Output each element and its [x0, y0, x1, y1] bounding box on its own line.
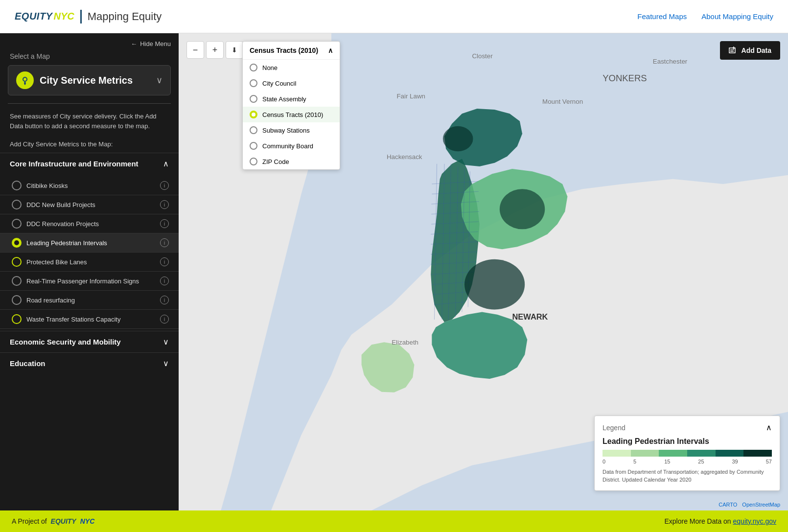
download-button[interactable]: ⬇ [226, 41, 243, 59]
footer-link[interactable]: equity.nyc.gov [733, 517, 776, 525]
equity-nyc-logo: EQUITY NYC [15, 11, 74, 22]
hide-menu-button[interactable]: ← Hide Menu [131, 40, 171, 47]
list-item-waste[interactable]: Waste Transfer Stations Capacity i [0, 310, 179, 329]
census-radio-census-tracts [250, 111, 257, 118]
category-core-header[interactable]: Core Infrastructure and Environment ∧ [0, 153, 179, 174]
hide-menu-label: Hide Menu [140, 40, 171, 47]
list-item-bike-lanes[interactable]: Protected Bike Lanes i [0, 253, 179, 272]
sidebar-header: ← Hide Menu [0, 33, 179, 50]
category-core-title: Core Infrastructure and Environment [10, 160, 139, 168]
legend-note: Data from Department of Transportation; … [603, 468, 772, 484]
radio-rtpis [12, 276, 22, 286]
info-icon-lpi[interactable]: i [160, 238, 169, 247]
legend-bar-4 [687, 450, 716, 457]
legend-title: Legend [603, 424, 626, 432]
svg-rect-32 [729, 48, 735, 53]
census-dropdown-title: Census Tracts (2010) [250, 46, 318, 54]
info-icon-rtpis[interactable]: i [160, 277, 169, 285]
info-icon-ddc-reno[interactable]: i [160, 219, 169, 228]
census-dropdown[interactable]: Census Tracts (2010) ∧ None City Council… [242, 41, 340, 170]
census-option-state-assembly[interactable]: State Assembly [243, 91, 340, 107]
footer-left: A Project of EQUITY NYC [12, 517, 94, 525]
item-label-citibike: Citibike Kiosks [26, 182, 155, 189]
info-icon-citibike[interactable]: i [160, 181, 169, 190]
census-radio-zip [250, 158, 257, 165]
info-icon-waste[interactable]: i [160, 315, 169, 324]
about-link[interactable]: About Mapping Equity [701, 12, 773, 21]
svg-point-0 [23, 77, 27, 81]
radio-ddc-new [12, 200, 22, 209]
featured-maps-link[interactable]: Featured Maps [637, 12, 687, 21]
census-collapse-icon: ∧ [328, 46, 333, 54]
radio-bike-lanes [12, 257, 22, 267]
item-label-ddc-new: DDC New Build Projects [26, 201, 155, 208]
list-item-citibike[interactable]: Citibike Kiosks i [0, 176, 179, 195]
legend-collapse-icon[interactable]: ∧ [766, 423, 772, 432]
item-label-bike-lanes: Protected Bike Lanes [26, 258, 155, 266]
census-option-none[interactable]: None [243, 60, 340, 75]
logo-divider [80, 10, 82, 23]
census-radio-city-council [250, 79, 257, 87]
list-item-rtpis[interactable]: Real-Time Passenger Information Signs i [0, 272, 179, 291]
map-area[interactable]: YONKERS Closter Eastchester Fair Lawn Mo… [179, 33, 788, 510]
legend-label-5: 5 [633, 459, 636, 464]
legend-header: Legend ∧ [603, 423, 772, 432]
footer-logo-equity: EQUITY [51, 517, 76, 525]
footer-right-text: Explore More Data on [664, 517, 731, 525]
census-option-community[interactable]: Community Board [243, 138, 340, 154]
category-economic-title: Economic Security and Mobility [10, 338, 121, 346]
list-item-ddc-reno[interactable]: DDC Renovation Projects i [0, 214, 179, 233]
legend-label-25: 25 [698, 459, 704, 464]
census-label-community: Community Board [262, 142, 313, 150]
census-label-census-tracts: Census Tracts (2010) [262, 111, 323, 118]
item-label-ddc-reno: DDC Renovation Projects [26, 220, 155, 228]
zoom-out-button[interactable]: − [186, 41, 204, 59]
info-icon-road[interactable]: i [160, 296, 169, 304]
census-radio-state-assembly [250, 95, 257, 103]
footer-left-text: A Project of [12, 517, 47, 525]
census-option-zip[interactable]: ZIP Code [243, 154, 340, 169]
add-data-label: Add Data [742, 46, 771, 54]
radio-citibike [12, 181, 22, 190]
census-radio-subway [250, 126, 257, 134]
svg-text:YONKERS: YONKERS [603, 73, 647, 83]
map-selector-title: City Service Metrics [40, 75, 133, 86]
svg-text:Mount Vernon: Mount Vernon [542, 98, 583, 105]
sidebar: ← Hide Menu Select a Map City Service Me… [0, 33, 179, 510]
radio-lpi-inner [14, 240, 19, 245]
svg-text:Eastchester: Eastchester [653, 58, 688, 65]
add-data-button[interactable]: Add Data [720, 41, 780, 60]
category-education-chevron: ∨ [163, 359, 169, 368]
osm-link[interactable]: OpenStreetMap [742, 502, 780, 508]
carto-link[interactable]: CARTO [718, 502, 737, 508]
census-dropdown-header[interactable]: Census Tracts (2010) ∧ [243, 42, 340, 60]
legend-metric: Leading Pedestrian Intervals [603, 437, 772, 446]
sidebar-description: See measures of City service delivery. C… [0, 104, 179, 139]
census-option-census-tracts[interactable]: Census Tracts (2010) [243, 107, 340, 122]
app-title: Mapping Equity [88, 10, 162, 23]
category-education-header[interactable]: Education ∨ [0, 352, 179, 374]
list-item-ddc-new[interactable]: DDC New Build Projects i [0, 195, 179, 214]
map-selector[interactable]: City Service Metrics ∨ [8, 65, 171, 95]
census-option-city-council[interactable]: City Council [243, 75, 340, 91]
map-selector-icon [16, 71, 34, 89]
item-label-waste: Waste Transfer Stations Capacity [26, 316, 155, 323]
category-economic-header[interactable]: Economic Security and Mobility ∨ [0, 331, 179, 352]
category-core-chevron: ∧ [163, 159, 169, 168]
select-map-label: Select a Map [0, 50, 179, 65]
info-icon-ddc-new[interactable]: i [160, 200, 169, 209]
census-label-none: None [262, 64, 278, 71]
census-option-subway[interactable]: Subway Stations [243, 122, 340, 138]
svg-point-23 [443, 126, 473, 151]
list-item-road[interactable]: Road resurfacing i [0, 291, 179, 310]
info-icon-bike-lanes[interactable]: i [160, 257, 169, 266]
map-controls: − + ⬇ [186, 41, 243, 59]
list-item-lpi[interactable]: Leading Pedestrian Intervals i [0, 233, 179, 253]
zoom-in-button[interactable]: + [206, 41, 224, 59]
item-label-road: Road resurfacing [26, 297, 155, 304]
arrow-left-icon: ← [131, 40, 137, 47]
svg-point-22 [500, 189, 545, 229]
census-label-state-assembly: State Assembly [262, 95, 306, 103]
add-data-icon [729, 46, 738, 55]
header: EQUITY NYC Mapping Equity Featured Maps … [0, 0, 788, 33]
